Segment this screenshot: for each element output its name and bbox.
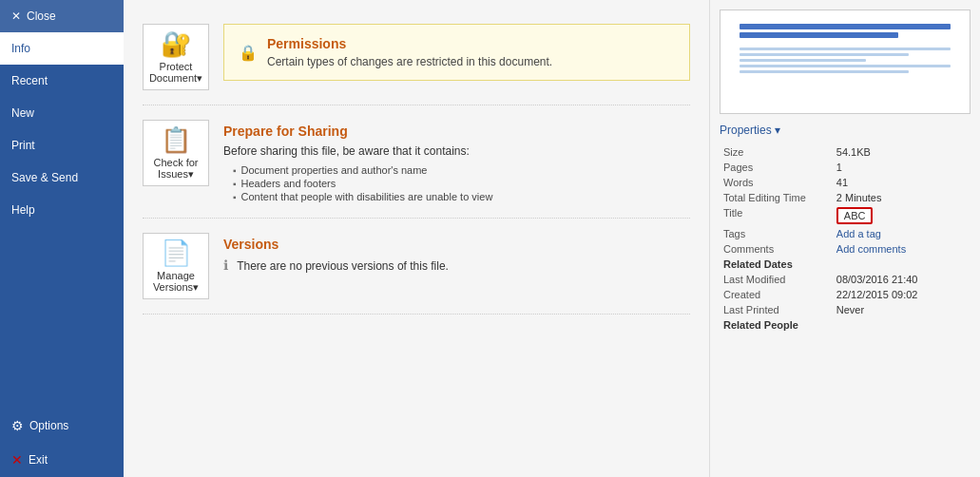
prop-label-tags: Tags	[720, 226, 833, 241]
prop-row-tags: Tags Add a tag	[720, 226, 970, 241]
prepare-sharing-list: Document properties and author's name He…	[223, 163, 690, 203]
add-comments-link[interactable]: Add comments	[836, 243, 906, 255]
prop-value-pages: 1	[833, 160, 970, 175]
prop-row-words: Words 41	[720, 175, 970, 190]
prop-row-last-modified: Last Modified 08/03/2016 21:40	[720, 272, 970, 287]
doc-line-3	[740, 48, 951, 50]
sidebar-item-info[interactable]: Info	[0, 32, 124, 65]
prop-label-editing-time: Total Editing Time	[720, 190, 833, 205]
prop-value-title[interactable]: ABC	[833, 205, 970, 226]
prop-value-words: 41	[833, 175, 970, 190]
permissions-title: Permissions	[267, 36, 552, 51]
versions-info-icon: ℹ	[223, 258, 228, 273]
prepare-sharing-title: Prepare for Sharing	[223, 124, 690, 139]
doc-line-4	[740, 53, 909, 56]
doc-line-6	[740, 65, 951, 67]
permissions-content: Permissions Certain types of changes are…	[267, 36, 552, 68]
new-label: New	[11, 106, 34, 120]
manage-versions-label: ManageVersions▾	[153, 270, 199, 294]
related-people-header: Related People	[720, 317, 970, 333]
prepare-sharing-text: Prepare for Sharing Before sharing this …	[223, 120, 690, 203]
add-tag-link[interactable]: Add a tag	[836, 228, 881, 239]
sidebar-item-exit[interactable]: ✕ Exit	[0, 443, 124, 477]
list-item-1: Document properties and author's name	[233, 163, 690, 177]
versions-icon: 📄	[161, 238, 191, 268]
versions-desc: ℹ There are no previous versions of this…	[223, 258, 690, 273]
sidebar-item-options[interactable]: ⚙ Options	[0, 409, 124, 443]
prop-value-editing-time: 2 Minutes	[833, 190, 970, 205]
prop-row-pages: Pages 1	[720, 160, 970, 175]
properties-header[interactable]: Properties ▾	[720, 124, 970, 137]
lock-icon: 🔐	[161, 29, 191, 59]
close-icon: ✕	[11, 10, 21, 23]
list-item-3: Content that people with disabilities ar…	[233, 190, 690, 203]
close-button[interactable]: ✕ Close	[0, 0, 124, 32]
permissions-banner: 🔒 Permissions Certain types of changes a…	[223, 24, 690, 81]
check-issues-button[interactable]: 📋 Check forIssues▾	[143, 120, 209, 186]
help-label: Help	[11, 203, 35, 217]
options-label: Options	[29, 419, 68, 432]
prop-row-title: Title ABC	[720, 205, 970, 226]
prop-row-last-printed: Last Printed Never	[720, 302, 970, 317]
main-content: 🔐 ProtectDocument▾ 🔒 Permissions Certain…	[124, 0, 980, 477]
protect-document-button[interactable]: 🔐 ProtectDocument▾	[143, 24, 209, 90]
sidebar-item-recent[interactable]: Recent	[0, 65, 124, 97]
list-item-2: Headers and footers	[233, 177, 690, 190]
exit-label: Exit	[29, 453, 48, 467]
prop-row-editing-time: Total Editing Time 2 Minutes	[720, 190, 970, 205]
prop-label-comments: Comments	[720, 241, 833, 257]
prop-value-comments[interactable]: Add comments	[833, 241, 970, 257]
check-issues-icon: 📋	[161, 125, 191, 155]
prop-value-created: 22/12/2015 09:02	[833, 287, 970, 302]
prop-value-tags[interactable]: Add a tag	[833, 226, 970, 241]
save-send-label: Save & Send	[11, 171, 78, 184]
prop-row-size: Size 54.1KB	[720, 144, 970, 160]
title-value[interactable]: ABC	[836, 207, 874, 224]
prop-value-last-modified: 08/03/2016 21:40	[833, 272, 970, 287]
print-label: Print	[11, 139, 35, 152]
protect-document-label: ProtectDocument▾	[149, 61, 202, 85]
properties-label: Properties ▾	[720, 124, 780, 137]
document-preview	[720, 10, 970, 114]
prop-label-title: Title	[720, 205, 833, 226]
prop-value-size: 54.1KB	[833, 144, 970, 160]
doc-preview-inner	[740, 21, 951, 103]
exit-icon: ✕	[11, 452, 23, 467]
permissions-description: Certain types of changes are restricted …	[267, 55, 552, 68]
related-people-header-row: Related People	[720, 317, 970, 333]
properties-table: Size 54.1KB Pages 1 Words 41 Total Editi…	[720, 144, 970, 333]
permissions-section: 🔐 ProtectDocument▾ 🔒 Permissions Certain…	[143, 10, 690, 105]
close-label: Close	[27, 10, 56, 23]
related-dates-header: Related Dates	[720, 257, 970, 272]
sidebar-item-help[interactable]: Help	[0, 194, 124, 226]
prop-label-pages: Pages	[720, 160, 833, 175]
prop-label-size: Size	[720, 144, 833, 160]
prepare-sharing-desc: Before sharing this file, be aware that …	[223, 144, 690, 158]
prop-label-last-modified: Last Modified	[720, 272, 833, 287]
recent-label: Recent	[11, 74, 48, 87]
options-icon: ⚙	[11, 418, 24, 433]
doc-line-7	[740, 70, 909, 73]
doc-line-1	[740, 24, 951, 29]
sidebar-item-new[interactable]: New	[0, 97, 124, 129]
versions-section: 📄 ManageVersions▾ Versions ℹ There are n…	[143, 219, 690, 315]
prop-row-comments: Comments Add comments	[720, 241, 970, 257]
permissions-icon: 🔒	[239, 44, 258, 62]
sidebar: ✕ Close Info Recent New Print Save & Sen…	[0, 0, 124, 477]
check-issues-label: Check forIssues▾	[153, 157, 198, 181]
manage-versions-button[interactable]: 📄 ManageVersions▾	[143, 233, 209, 299]
sidebar-item-print[interactable]: Print	[0, 129, 124, 162]
prop-label-created: Created	[720, 287, 833, 302]
versions-text: Versions ℹ There are no previous version…	[223, 233, 690, 278]
prop-label-words: Words	[720, 175, 833, 190]
prop-row-created: Created 22/12/2015 09:02	[720, 287, 970, 302]
doc-line-2	[740, 32, 898, 38]
center-panel: 🔐 ProtectDocument▾ 🔒 Permissions Certain…	[124, 0, 709, 477]
prepare-sharing-section: 📋 Check forIssues▾ Prepare for Sharing B…	[143, 105, 690, 219]
related-dates-header-row: Related Dates	[720, 257, 970, 272]
doc-line-5	[740, 59, 867, 62]
versions-title: Versions	[223, 237, 690, 252]
info-label: Info	[11, 42, 30, 55]
prop-label-last-printed: Last Printed	[720, 302, 833, 317]
sidebar-item-save-send[interactable]: Save & Send	[0, 162, 124, 194]
